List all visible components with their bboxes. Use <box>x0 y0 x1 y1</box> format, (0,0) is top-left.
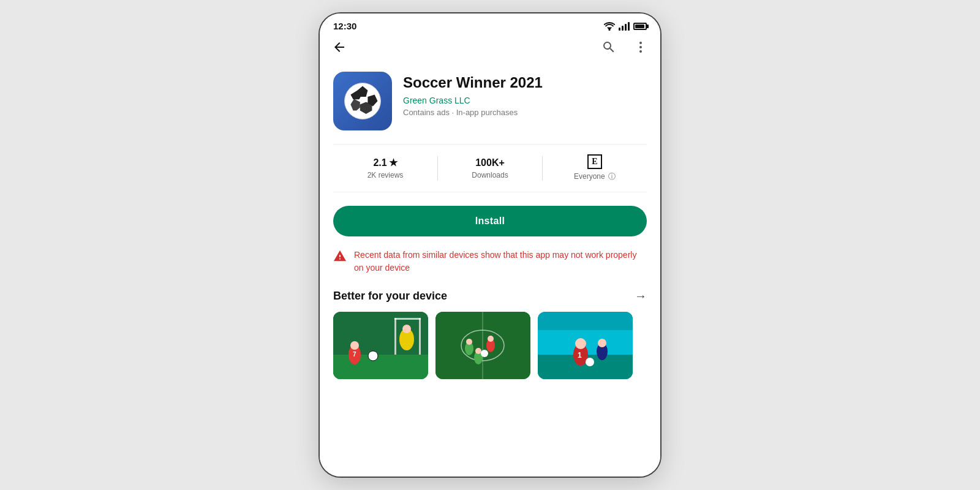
content-area: Soccer Winner 2021 Green Grass LLC Conta… <box>320 62 660 477</box>
app-title: Soccer Winner 2021 <box>403 74 647 92</box>
svg-point-41 <box>586 358 594 366</box>
svg-point-32 <box>475 348 481 354</box>
thumbnail-2[interactable] <box>435 312 530 379</box>
info-icon[interactable]: ⓘ <box>608 172 616 181</box>
warning-icon <box>333 249 347 265</box>
app-header: Soccer Winner 2021 Green Grass LLC Conta… <box>333 72 647 130</box>
stat-rating-label: 2K reviews <box>368 171 404 179</box>
status-icons <box>604 22 647 31</box>
search-icon <box>601 40 616 55</box>
svg-point-37 <box>575 338 586 349</box>
search-button[interactable] <box>599 37 619 57</box>
toolbar <box>320 35 660 62</box>
stat-downloads-value: 100K+ <box>475 157 505 168</box>
svg-rect-16 <box>394 318 421 320</box>
more-icon <box>633 40 648 55</box>
svg-point-30 <box>488 336 494 342</box>
stats-row: 2.1 ★ 2K reviews 100K+ Downloads E Every… <box>333 144 647 192</box>
stat-rating-board-value: E <box>587 154 602 169</box>
svg-point-33 <box>481 350 488 357</box>
thumbnails-row: 7 <box>333 312 647 379</box>
section-header: Better for your device → <box>333 289 647 303</box>
app-info: Soccer Winner 2021 Green Grass LLC Conta… <box>403 72 647 117</box>
thumbnail-2-image <box>435 312 530 379</box>
back-button[interactable] <box>330 37 349 57</box>
stat-downloads: 100K+ Downloads <box>438 157 542 179</box>
app-developer[interactable]: Green Grass LLC <box>403 96 647 105</box>
thumbnail-1-image: 7 <box>333 312 428 379</box>
stat-rating-board: E Everyone ⓘ <box>543 154 647 182</box>
rating-e-badge: E <box>587 154 602 169</box>
toolbar-right <box>599 37 650 57</box>
svg-rect-15 <box>419 318 421 355</box>
svg-text:7: 7 <box>353 351 356 358</box>
svg-point-4 <box>639 50 642 53</box>
battery-icon <box>633 23 647 30</box>
section-arrow[interactable]: → <box>635 289 647 303</box>
svg-point-2 <box>639 42 642 44</box>
app-meta: Contains ads · In-app purchases <box>403 108 647 117</box>
thumbnail-3-image: 1 <box>538 312 633 379</box>
signal-icon <box>619 22 630 31</box>
section-title: Better for your device <box>333 290 447 303</box>
status-time: 12:30 <box>333 21 356 31</box>
svg-point-28 <box>466 339 472 345</box>
stat-rating-value: 2.1 ★ <box>373 157 397 168</box>
thumbnail-1[interactable]: 7 <box>333 312 428 379</box>
svg-text:1: 1 <box>578 351 582 360</box>
wifi-icon <box>604 22 615 31</box>
more-button[interactable] <box>631 37 650 57</box>
warning-triangle-icon <box>333 249 347 263</box>
stat-downloads-label: Downloads <box>472 171 508 179</box>
star-icon: ★ <box>389 157 398 168</box>
thumbnail-3[interactable]: 1 <box>538 312 633 379</box>
svg-rect-14 <box>394 318 396 355</box>
stat-rating: 2.1 ★ 2K reviews <box>333 157 437 179</box>
phone-frame: 12:30 <box>318 12 662 478</box>
svg-point-40 <box>598 339 606 347</box>
app-icon-image <box>341 80 384 123</box>
warning-text: Recent data from similar devices show th… <box>354 249 647 274</box>
svg-rect-42 <box>538 312 633 330</box>
app-icon <box>333 72 392 130</box>
back-icon <box>332 40 347 55</box>
status-bar: 12:30 <box>320 13 660 35</box>
stat-rating-board-label: Everyone ⓘ <box>574 172 616 182</box>
svg-point-18 <box>402 325 411 333</box>
svg-point-20 <box>350 341 359 350</box>
warning-box: Recent data from similar devices show th… <box>333 249 647 274</box>
svg-point-3 <box>639 46 642 48</box>
install-button[interactable]: Install <box>333 206 647 236</box>
svg-rect-13 <box>333 355 428 379</box>
